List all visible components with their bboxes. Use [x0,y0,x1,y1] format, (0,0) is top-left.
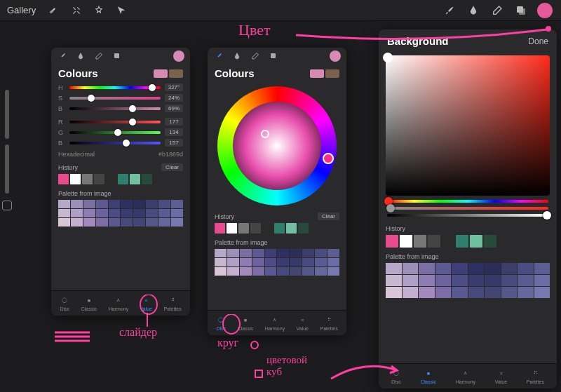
palette-swatch[interactable] [501,287,518,298]
palette-swatch[interactable] [215,249,227,257]
tab-harmony[interactable]: ⋏Harmony [265,315,285,331]
palette-swatch[interactable] [227,267,239,276]
hex-value[interactable]: #b1869d [158,151,183,158]
tab-classic[interactable]: ■Classic [81,295,97,311]
hue-slider[interactable] [69,86,161,89]
brush-icon[interactable] [440,1,459,20]
swatch-pair[interactable] [310,69,339,78]
saturation-slider[interactable] [387,207,548,210]
palette-swatch[interactable] [121,209,133,217]
palette-swatch[interactable] [386,287,402,298]
palette-swatch[interactable] [133,200,145,208]
palette-swatch[interactable] [403,263,419,274]
palette-swatch[interactable] [227,249,239,257]
brush-opacity-slider[interactable] [5,144,9,194]
palette-swatch[interactable] [252,249,264,257]
palette-swatch[interactable] [252,258,264,266]
palette-swatch[interactable] [240,249,252,257]
brush-icon[interactable] [57,50,68,62]
green-slider[interactable] [69,131,161,134]
palette-grid[interactable] [379,262,557,301]
history-swatch[interactable] [250,223,261,234]
palette-swatch[interactable] [71,209,83,217]
palette-swatch[interactable] [518,287,534,298]
palette-swatch[interactable] [435,287,452,298]
palette-swatch[interactable] [534,263,550,274]
palette-swatch[interactable] [133,218,145,227]
palette-swatch[interactable] [534,287,550,298]
history-swatch[interactable] [215,223,225,234]
palette-grid[interactable] [51,198,190,229]
layers-icon[interactable] [512,1,530,20]
brush-icon[interactable] [213,50,224,62]
brightness-slider[interactable] [69,107,161,110]
palette-swatch[interactable] [452,263,468,274]
palette-swatch[interactable] [171,209,183,217]
palette-swatch[interactable] [302,249,314,257]
palette-swatch[interactable] [133,209,145,217]
move-icon[interactable] [113,2,130,19]
palette-swatch[interactable] [171,200,183,208]
palette-swatch[interactable] [146,218,158,227]
palette-swatch[interactable] [290,258,302,266]
tab-palettes[interactable]: ⠿Palettes [527,368,544,384]
tab-value[interactable]: ≡Value [140,295,152,311]
color-button[interactable] [536,1,554,20]
palette-swatch[interactable] [419,263,435,274]
palette-swatch[interactable] [58,218,70,227]
palette-swatch[interactable] [96,200,108,208]
palette-swatch[interactable] [302,267,314,276]
history-swatch[interactable] [58,174,69,184]
history-swatch[interactable] [238,223,249,234]
eraser-icon[interactable] [250,50,261,62]
gallery-button[interactable]: Gallery [7,5,36,15]
palette-swatch[interactable] [327,249,339,257]
history-swatches[interactable] [379,234,557,250]
history-swatch[interactable] [442,235,454,248]
palette-swatch[interactable] [58,209,70,217]
palette-swatch[interactable] [518,263,534,274]
history-swatch[interactable] [414,235,426,248]
palette-swatch[interactable] [83,200,95,208]
palette-swatch[interactable] [518,275,534,286]
palette-swatch[interactable] [468,287,485,298]
history-swatch[interactable] [262,223,273,234]
colour-square[interactable] [386,55,550,196]
tab-classic[interactable]: ■Classic [238,315,254,331]
palette-swatch[interactable] [403,275,419,286]
history-swatch[interactable] [470,235,482,248]
palette-swatch[interactable] [71,218,83,227]
tab-value[interactable]: ≡Value [297,315,309,331]
wrench-icon[interactable] [46,2,62,19]
history-swatch[interactable] [70,174,81,184]
palette-swatch[interactable] [83,218,95,227]
colour-picker-dot[interactable] [383,53,393,62]
history-swatch[interactable] [82,174,93,184]
blue-slider[interactable] [69,142,161,144]
palette-swatch[interactable] [452,287,468,298]
saturation-slider[interactable] [69,97,161,100]
palette-swatch[interactable] [146,209,158,217]
tab-harmony[interactable]: ⋏Harmony [109,295,128,311]
done-button[interactable]: Done [528,36,548,46]
palette-swatch[interactable] [158,209,170,217]
tab-harmony[interactable]: ⋏Harmony [456,368,475,384]
palette-swatch[interactable] [485,275,501,286]
smudge-icon[interactable] [75,50,86,62]
brush-size-slider[interactable] [5,90,9,139]
palette-swatch[interactable] [277,258,289,266]
palette-swatch[interactable] [501,263,518,274]
palette-swatch[interactable] [71,200,83,208]
palette-swatch[interactable] [158,200,170,208]
palette-swatch[interactable] [468,275,485,286]
palette-swatch[interactable] [290,249,302,257]
tab-disc[interactable]: ◯Disc [216,315,226,331]
palette-swatch[interactable] [265,249,277,257]
palette-swatch[interactable] [109,218,121,227]
palette-swatch[interactable] [435,275,452,286]
palette-swatch[interactable] [403,287,419,298]
palette-swatch[interactable] [315,267,327,276]
palette-swatch[interactable] [435,263,452,274]
history-swatch[interactable] [94,174,104,184]
history-swatch[interactable] [386,235,398,248]
